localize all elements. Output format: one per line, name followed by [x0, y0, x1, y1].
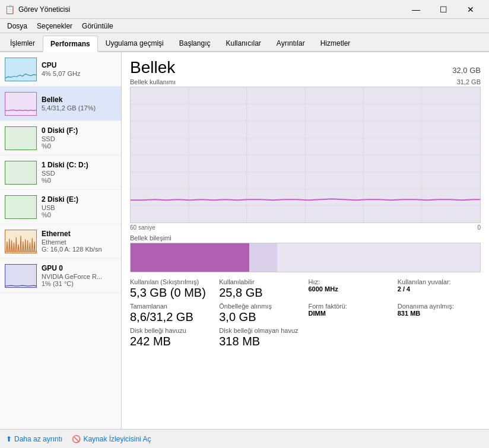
eth-value: G: 16,0 A: 128 Kb/sn	[42, 246, 116, 253]
stat-kullanilan-yuvalar: Kullanılan yuvalar: 2 / 4	[398, 278, 481, 299]
bottom-bar: ⬆ Daha az ayrıntı 🚫 Kaynak İzleyicisini …	[0, 429, 489, 448]
tab-uygulama-gecmisi[interactable]: Uygulama geçmişi	[98, 34, 172, 51]
stat-disk-bellek-value: 242 MB	[130, 335, 213, 348]
stat-kullanilan: Kullanılan (Sıkıştırılmış) 5,3 GB (0 MB)	[130, 278, 213, 299]
cpu-mini-chart	[5, 58, 37, 81]
disk1-title: 1 Diski (C: D:)	[42, 161, 116, 169]
blesim-seg-cached	[249, 243, 277, 272]
tab-bar: İşlemler Performans Uygulama geçmişi Baş…	[0, 33, 489, 52]
tab-hizmetler[interactable]: Hizmetler	[313, 34, 358, 51]
title-bar: 📋 Görev Yöneticisi — ☐ ✕	[0, 0, 489, 19]
tab-kullanicilar[interactable]: Kullanıcılar	[218, 34, 268, 51]
stat-hiz-value: 6000 MHz	[309, 285, 392, 293]
stat-empty1	[309, 327, 392, 348]
panel-header: Bellek 32,0 GB	[130, 58, 481, 77]
mem-title: Bellek	[42, 96, 116, 104]
svg-rect-2	[5, 127, 36, 150]
stat-onbellek: Önbelleğe alınmış 3,0 GB	[219, 303, 302, 323]
stat-disk-olmayan-label: Disk belleği olmayan havuz	[219, 327, 302, 334]
svg-rect-3	[5, 161, 36, 184]
stat-disk-bellek-label: Disk belleği havuzu	[130, 327, 213, 334]
window-title: Görev Yöneticisi	[18, 5, 402, 14]
app-icon: 📋	[5, 5, 15, 14]
tab-ayrintilar[interactable]: Ayrıntılar	[269, 34, 313, 51]
minimize-button[interactable]: —	[402, 0, 430, 19]
stat-disk-olmayan-value: 318 MB	[219, 335, 302, 348]
tab-islemler[interactable]: İşlemler	[2, 34, 43, 51]
eth-subtitle: Ethernet	[42, 239, 116, 246]
disk0-value: %0	[42, 142, 116, 150]
close-button[interactable]: ✕	[457, 0, 484, 19]
panel-total: 32,0 GB	[452, 66, 481, 75]
tab-baslangic[interactable]: Başlangıç	[172, 34, 218, 51]
sidebar-item-ethernet[interactable]: Ethernet Ethernet G: 16,0 A: 128 Kb/sn	[0, 224, 121, 259]
main-content: CPU 4% 5,07 GHz Bellek 5,4/31,2 GB (17%)	[0, 52, 489, 429]
window-controls: — ☐ ✕	[402, 0, 484, 19]
maximize-button[interactable]: ☐	[430, 0, 457, 19]
less-detail-label: Daha az ayrıntı	[14, 435, 62, 443]
eth-mini-chart	[5, 230, 37, 253]
graph-usage-label: Bellek kullanımı	[130, 78, 176, 85]
stat-donanim-value: 831 MB	[398, 310, 481, 317]
sidebar-item-disk2[interactable]: 2 Diski (E:) USB %0	[0, 190, 121, 224]
time-end-label: 0	[477, 224, 481, 231]
gpu0-subtitle: NVIDIA GeForce R...	[42, 273, 116, 280]
stat-kullanilan-value: 5,3 GB (0 MB)	[130, 286, 213, 299]
tab-performans[interactable]: Performans	[43, 36, 98, 52]
graph-max-label: 31,2 GB	[457, 78, 481, 85]
blesim-seg-used	[131, 243, 249, 272]
stat-disk-olmayan: Disk belleği olmayan havuz 318 MB	[219, 327, 302, 348]
menu-dosya[interactable]: Dosya	[2, 21, 32, 31]
svg-rect-1	[5, 93, 36, 115]
stat-form-label: Form faktörü:	[309, 303, 392, 310]
stats-grid: Kullanılan (Sıkıştırılmış) 5,3 GB (0 MB)…	[130, 278, 481, 348]
disk1-info: 1 Diski (C: D:) SSD %0	[42, 161, 116, 184]
stat-form-value: DIMM	[309, 310, 392, 317]
disk0-info: 0 Diski (F:) SSD %0	[42, 126, 116, 150]
stat-hiz-label: Hız:	[309, 278, 392, 285]
menu-secenekler[interactable]: Seçenekler	[32, 21, 77, 31]
disk1-mini-chart	[5, 161, 37, 185]
sidebar-item-disk1[interactable]: 1 Diski (C: D:) SSD %0	[0, 155, 121, 190]
stat-kullanilabilir-value: 25,8 GB	[219, 286, 302, 299]
sidebar-item-gpu0[interactable]: GPU 0 NVIDIA GeForce R... 1% (31 °C)	[0, 259, 121, 293]
stat-yuvalar-label: Kullanılan yuvalar:	[398, 278, 481, 285]
stat-kullanilabilir: Kullanılabilir 25,8 GB	[219, 278, 302, 299]
sidebar-item-bellek[interactable]: Bellek 5,4/31,2 GB (17%)	[0, 87, 121, 121]
mem-mini-chart	[5, 92, 37, 116]
open-monitor-label: Kaynak İzleyicisini Aç	[83, 435, 151, 443]
menu-bar: Dosya Seçenekler Görüntüle	[0, 19, 489, 33]
disk0-subtitle: SSD	[42, 135, 116, 142]
mem-subtitle: 5,4/31,2 GB (17%)	[42, 104, 116, 112]
gpu0-mini-chart	[5, 264, 37, 288]
blesim-label: Bellek bileşimi	[130, 234, 481, 242]
disk1-subtitle: SSD	[42, 170, 116, 177]
mem-info: Bellek 5,4/31,2 GB (17%)	[42, 96, 116, 112]
gpu0-title: GPU 0	[42, 264, 116, 272]
gpu0-info: GPU 0 NVIDIA GeForce R... 1% (31 °C)	[42, 264, 116, 287]
disk2-value: %0	[42, 211, 116, 218]
svg-rect-6	[5, 265, 36, 287]
cpu-info: CPU 4% 5,07 GHz	[42, 61, 116, 77]
blesim-seg-free	[277, 243, 480, 272]
sidebar-item-cpu[interactable]: CPU 4% 5,07 GHz	[0, 52, 121, 87]
menu-goruntule[interactable]: Görüntüle	[77, 21, 118, 31]
graph-label: Bellek kullanımı 31,2 GB	[130, 78, 481, 85]
stat-empty2	[398, 327, 481, 348]
cpu-title: CPU	[42, 61, 116, 69]
less-detail-icon: ⬆	[6, 435, 12, 443]
stat-kullanilan-label: Kullanılan (Sıkıştırılmış)	[130, 278, 213, 285]
sidebar: CPU 4% 5,07 GHz Bellek 5,4/31,2 GB (17%)	[0, 52, 122, 429]
memory-graph-section: Bellek kullanımı 31,2 GB	[130, 78, 481, 234]
blesim-section: Bellek bileşimi	[130, 234, 481, 277]
stat-donanim-label: Donanıma ayrılmış:	[398, 303, 481, 310]
svg-rect-4	[5, 196, 36, 218]
graph-time-labels: 60 saniye 0	[130, 224, 481, 231]
sidebar-item-disk0[interactable]: 0 Diski (F:) SSD %0	[0, 121, 121, 155]
less-detail-link[interactable]: ⬆ Daha az ayrıntı	[6, 435, 62, 443]
stat-kullanilabilir-label: Kullanılabilir	[219, 278, 302, 285]
stat-onbellek-value: 3,0 GB	[219, 310, 302, 323]
open-monitor-link[interactable]: 🚫 Kaynak İzleyicisini Aç	[72, 435, 151, 443]
disk1-value: %0	[42, 177, 116, 184]
right-panel: Bellek 32,0 GB Bellek kullanımı 31,2 GB	[122, 52, 489, 429]
